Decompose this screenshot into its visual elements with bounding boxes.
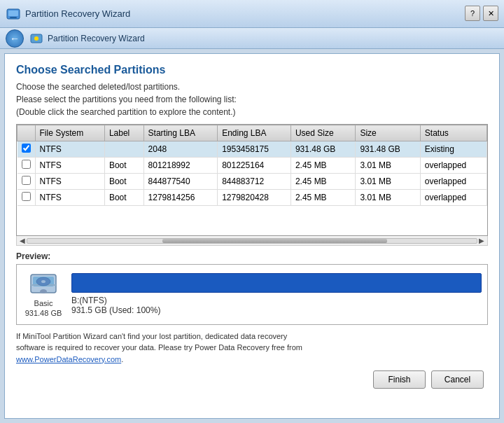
row-fs: NTFS xyxy=(35,174,104,190)
wizard-icon xyxy=(29,32,43,46)
col-label: Label xyxy=(104,125,144,141)
svg-rect-2 xyxy=(10,17,17,18)
row-start: 801218992 xyxy=(144,158,218,174)
window-icon xyxy=(6,6,21,22)
row-label: Boot xyxy=(104,174,144,190)
help-button[interactable]: ? xyxy=(465,6,480,21)
disk-basic-label: Basic xyxy=(34,298,53,308)
row-status: overlapped xyxy=(420,190,486,206)
row-checkbox-cell xyxy=(18,190,36,206)
row-used: 2.45 MB xyxy=(290,174,355,190)
power-data-recovery-link[interactable]: www.PowerDataRecovery.com xyxy=(16,355,121,363)
row-start: 1279814256 xyxy=(144,190,218,206)
row-size: 3.01 MB xyxy=(356,174,420,190)
row-fs: NTFS xyxy=(35,190,104,206)
footer: Finish Cancel xyxy=(16,370,488,391)
row-size: 931.48 GB xyxy=(356,141,420,158)
col-ending-lba: Ending LBA xyxy=(218,125,291,141)
instruction3: (Double click the searched partition to … xyxy=(16,107,488,117)
scroll-left-arrow[interactable]: ◀ xyxy=(18,237,27,244)
row-used: 2.45 MB xyxy=(290,190,355,206)
svg-point-10 xyxy=(41,280,46,283)
row-start: 2048 xyxy=(144,141,218,158)
nav-bar: ← Partition Recovery Wizard xyxy=(0,28,504,49)
row-size: 3.01 MB xyxy=(356,158,420,174)
row-label: Boot xyxy=(104,190,144,206)
window-title: Partition Recovery Wizard xyxy=(25,8,130,19)
preview-label: Preview: xyxy=(16,251,488,261)
title-bar-buttons: ? ✕ xyxy=(465,6,498,21)
row-status: Existing xyxy=(420,141,486,158)
row-end: 801225164 xyxy=(218,158,291,174)
horizontal-scrollbar[interactable]: ◀ ▶ xyxy=(16,236,488,246)
main-content: Choose Searched Partitions Choose the se… xyxy=(4,53,500,419)
row-checkbox-cell xyxy=(18,141,36,158)
info-line1: If MiniTool Partition Wizard can't find … xyxy=(16,332,287,340)
partition-bar-area: B:(NTFS) 931.5 GB (Used: 100%) xyxy=(71,273,482,315)
row-end: 1953458175 xyxy=(218,141,291,158)
row-fs: NTFS xyxy=(35,141,104,158)
row-checkbox-cell xyxy=(18,158,36,174)
col-size: Size xyxy=(356,125,420,141)
title-bar: Partition Recovery Wizard ? ✕ xyxy=(0,0,504,28)
row-checkbox[interactable] xyxy=(22,160,31,169)
row-checkbox[interactable] xyxy=(22,192,31,201)
info-line2: software is required to recover your dat… xyxy=(16,343,302,352)
row-label xyxy=(104,141,144,158)
col-used-size: Used Size xyxy=(290,125,355,141)
svg-rect-1 xyxy=(8,11,18,16)
table-body: NTFS20481953458175931.48 GB931.48 GBExis… xyxy=(18,141,487,206)
row-fs: NTFS xyxy=(35,158,104,174)
preview-box: Basic 931.48 GB B:(NTFS) 931.5 GB (Used:… xyxy=(16,264,488,325)
table-row[interactable]: NTFSBoot127981425612798204282.45 MB3.01 … xyxy=(18,190,487,206)
disk-icon-area: Basic 931.48 GB xyxy=(22,270,64,319)
table-row[interactable]: NTFS20481953458175931.48 GB931.48 GBExis… xyxy=(18,141,487,158)
row-checkbox[interactable] xyxy=(22,144,31,153)
svg-point-4 xyxy=(34,36,38,41)
col-filesystem: File System xyxy=(35,125,104,141)
scroll-thumb[interactable] xyxy=(162,239,387,243)
finish-button[interactable]: Finish xyxy=(373,370,426,389)
partition-table: File System Label Starting LBA Ending LB… xyxy=(17,125,487,206)
row-checkbox[interactable] xyxy=(22,176,31,185)
table-header: File System Label Starting LBA Ending LB… xyxy=(18,125,487,141)
col-check xyxy=(18,125,36,141)
scroll-right-arrow[interactable]: ▶ xyxy=(477,237,486,244)
row-end: 1279820428 xyxy=(218,190,291,206)
info-text: If MiniTool Partition Wizard can't find … xyxy=(16,331,488,366)
scroll-track[interactable] xyxy=(27,238,477,244)
row-checkbox-cell xyxy=(18,174,36,190)
back-button[interactable]: ← xyxy=(6,29,24,48)
col-status: Status xyxy=(420,125,486,141)
cancel-button[interactable]: Cancel xyxy=(431,370,484,389)
row-size: 3.01 MB xyxy=(356,190,420,206)
row-start: 844877540 xyxy=(144,174,218,190)
partition-bar xyxy=(71,273,482,293)
preview-section: Preview: Basic 931.48 GB B xyxy=(16,251,488,325)
instruction1: Choose the searched deleted/lost partiti… xyxy=(16,82,488,92)
row-end: 844883712 xyxy=(218,174,291,190)
nav-title: Partition Recovery Wizard xyxy=(48,34,145,43)
disk-icon xyxy=(28,270,59,298)
row-label: Boot xyxy=(104,158,144,174)
close-button[interactable]: ✕ xyxy=(483,6,498,21)
row-status: overlapped xyxy=(420,158,486,174)
row-used: 931.48 GB xyxy=(290,141,355,158)
partition-table-container: File System Label Starting LBA Ending LB… xyxy=(16,124,488,236)
page-title: Choose Searched Partitions xyxy=(16,64,488,76)
info-period: . xyxy=(121,355,123,363)
table-row[interactable]: NTFSBoot8448775408448837122.45 MB3.01 MB… xyxy=(18,174,487,190)
instruction2: Please select the partitions you need fr… xyxy=(16,95,488,104)
row-used: 2.45 MB xyxy=(290,158,355,174)
partition-name: B:(NTFS) 931.5 GB (Used: 100%) xyxy=(71,296,482,315)
table-row[interactable]: NTFSBoot8012189928012251642.45 MB3.01 MB… xyxy=(18,158,487,174)
row-status: overlapped xyxy=(420,174,486,190)
col-starting-lba: Starting LBA xyxy=(144,125,218,141)
disk-size-label: 931.48 GB xyxy=(25,308,62,318)
svg-point-7 xyxy=(40,289,47,293)
